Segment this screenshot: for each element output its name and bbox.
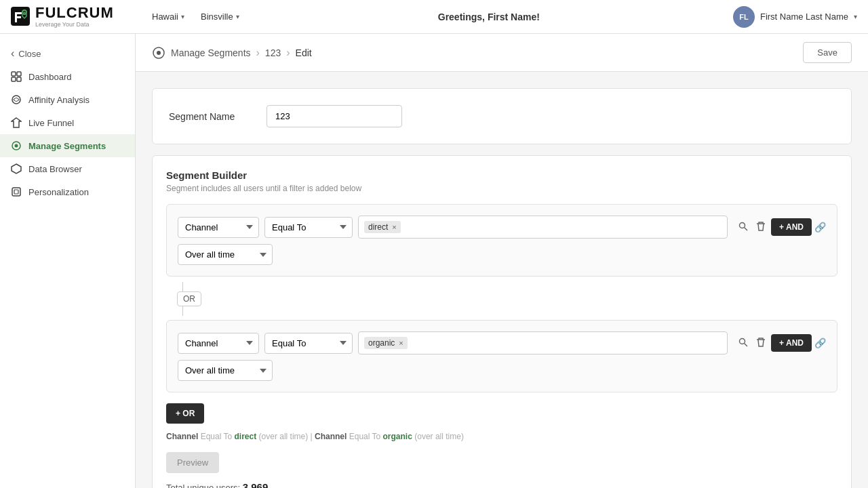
breadcrumb-sep1: › [256, 47, 260, 59]
filter-row-1: Channel Equal To direct × [178, 216, 826, 239]
filter2-time-select[interactable]: Over all time [178, 360, 273, 381]
data-browser-icon [11, 163, 22, 174]
sidebar: ‹ Close Dashboard Affinity Analysis Live… [0, 34, 136, 488]
trash-icon-2 [756, 338, 766, 347]
brand-name: FULCRUM [35, 5, 114, 21]
logo-text: FULCRUM Leverage Your Data [35, 5, 114, 28]
segment-name-label: Segment Name [169, 111, 250, 122]
breadcrumb-id: 123 [265, 47, 281, 58]
filter1-field-select[interactable]: Channel [178, 217, 259, 238]
save-button[interactable]: Save [803, 42, 852, 63]
user-menu-chevron[interactable]: ▾ [854, 13, 857, 20]
segments-breadcrumb-icon [152, 46, 165, 60]
svg-rect-2 [12, 72, 16, 76]
logo-icon [11, 7, 30, 26]
sidebar-item-affinity[interactable]: Affinity Analysis [0, 88, 135, 111]
builder-subtitle: Segment includes all users until a filte… [166, 184, 837, 193]
main-content: Manage Segments › 123 › Edit Save Segmen… [136, 34, 868, 488]
nav-location-dropdowns: Hawaii ▾ Binsville ▾ [146, 9, 245, 24]
segment-name-row: Segment Name [169, 105, 835, 127]
filter2-and-button[interactable]: + AND [771, 334, 812, 352]
sidebar-item-personalization-label: Personalization [28, 187, 89, 197]
sidebar-item-personalization[interactable]: Personalization [0, 180, 135, 203]
or-connector: OR [177, 282, 837, 316]
svg-rect-4 [12, 77, 16, 81]
filter-group-2: Channel Equal To organic × [166, 320, 837, 392]
filter-row-2: Channel Equal To organic × [178, 331, 826, 354]
filter2-search-button[interactable] [736, 335, 751, 352]
svg-rect-10 [12, 188, 20, 196]
breadcrumb-page: Edit [296, 47, 312, 58]
svg-point-14 [740, 222, 745, 228]
builder-card: Segment Builder Segment includes all use… [152, 155, 852, 488]
svg-rect-5 [17, 77, 21, 81]
segment-name-card: Segment Name [152, 88, 852, 144]
location2-chevron: ▾ [236, 13, 239, 20]
sidebar-item-live-funnel[interactable]: Live Funnel [0, 111, 135, 134]
user-name: First Name Last Name [760, 12, 848, 22]
close-label: Close [18, 49, 41, 59]
location2-label: Binsville [201, 12, 233, 22]
sidebar-item-dashboard-label: Dashboard [28, 72, 72, 82]
filter2-delete-button[interactable] [753, 335, 768, 352]
builder-title: Segment Builder [166, 169, 837, 181]
page-header: Manage Segments › 123 › Edit Save [136, 34, 868, 72]
filter1-tags-input[interactable]: direct × [358, 216, 728, 239]
chevron-left-icon: ‹ [11, 47, 14, 60]
greeting-text: Greetings, First Name! [438, 12, 540, 22]
filter1-search-button[interactable] [736, 219, 751, 236]
personalization-icon [11, 186, 22, 197]
dashboard-icon [11, 71, 22, 82]
svg-line-15 [745, 227, 748, 230]
location1-label: Hawaii [152, 12, 178, 22]
add-or-button[interactable]: + OR [166, 403, 204, 424]
search-icon [738, 222, 748, 231]
svg-point-13 [157, 51, 161, 55]
filter1-link-icon[interactable]: 🔗 [814, 222, 826, 232]
user-area: FL First Name Last Name ▾ [733, 6, 857, 28]
filter2-operator-select[interactable]: Equal To [264, 333, 353, 354]
filter2-tag-organic: organic × [364, 337, 408, 349]
segment-name-input[interactable] [267, 105, 402, 127]
top-nav: FULCRUM Leverage Your Data Hawaii ▾ Bins… [0, 0, 868, 34]
filter2-tags-input[interactable]: organic × [358, 331, 728, 354]
filter2-actions: + AND 🔗 [736, 334, 826, 352]
total-users: Total unique users: 3,969 [166, 481, 837, 488]
filter1-tag-direct-close[interactable]: × [392, 223, 396, 231]
or-badge: OR [177, 291, 201, 306]
svg-marker-7 [12, 118, 21, 127]
filter1-tag-direct-label: direct [368, 222, 388, 232]
location1-chevron: ▾ [181, 13, 184, 20]
logo-area: FULCRUM Leverage Your Data [11, 5, 146, 28]
filter2-link-icon[interactable]: 🔗 [814, 338, 826, 348]
filter1-delete-button[interactable] [753, 219, 768, 236]
sidebar-item-data-browser[interactable]: Data Browser [0, 157, 135, 180]
filter-group-1: Channel Equal To direct × [166, 204, 837, 277]
segments-icon [11, 140, 22, 151]
svg-point-16 [740, 338, 745, 344]
avatar: FL [733, 6, 755, 28]
location1-dropdown[interactable]: Hawaii ▾ [146, 9, 190, 24]
sidebar-close-button[interactable]: ‹ Close [0, 42, 135, 65]
sidebar-item-affinity-label: Affinity Analysis [28, 95, 90, 105]
total-users-label: Total unique users: [166, 483, 240, 488]
filter1-time-select[interactable]: Over all time [178, 244, 273, 265]
sidebar-item-dashboard[interactable]: Dashboard [0, 65, 135, 88]
brand-tagline: Leverage Your Data [35, 22, 114, 28]
svg-point-9 [15, 144, 18, 148]
location2-dropdown[interactable]: Binsville ▾ [195, 9, 245, 24]
svg-line-17 [745, 343, 748, 346]
trash-icon [756, 222, 766, 231]
filter2-tag-organic-close[interactable]: × [399, 339, 403, 347]
filter2-field-select[interactable]: Channel [178, 333, 259, 354]
filter1-tag-direct: direct × [364, 221, 401, 233]
sidebar-item-manage-segments[interactable]: Manage Segments [0, 134, 135, 157]
preview-button[interactable]: Preview [166, 452, 219, 473]
funnel-icon [11, 117, 22, 128]
search-icon-2 [738, 338, 748, 347]
total-users-count: 3,969 [243, 481, 269, 488]
breadcrumb: Manage Segments › 123 › Edit [152, 46, 312, 60]
filter1-actions: + AND 🔗 [736, 218, 826, 236]
filter1-operator-select[interactable]: Equal To [264, 217, 353, 238]
filter1-and-button[interactable]: + AND [771, 218, 812, 236]
